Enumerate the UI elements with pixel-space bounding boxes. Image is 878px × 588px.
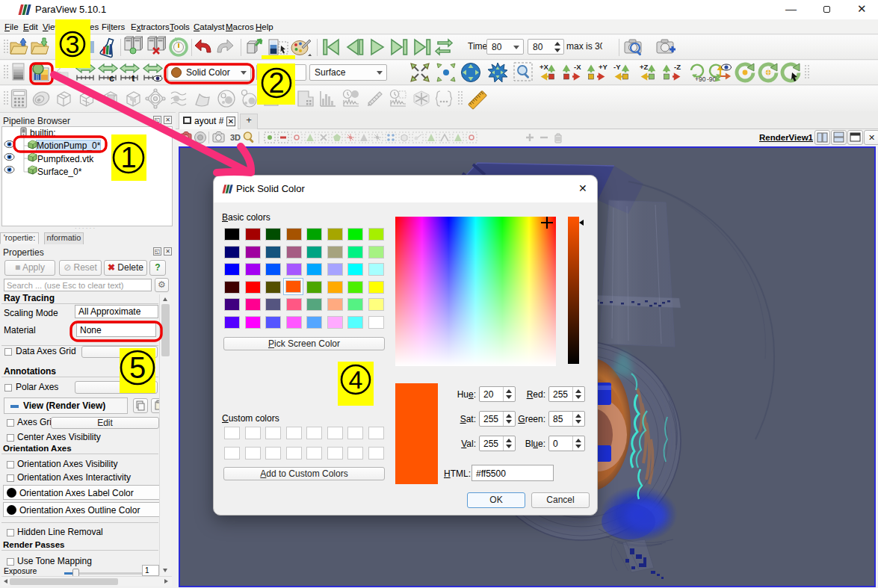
- svg-text:-X: -X: [574, 63, 581, 71]
- svg-text:+X: +X: [540, 63, 549, 71]
- svg-text:-90: -90: [707, 75, 717, 83]
- svg-text:c: c: [109, 72, 114, 84]
- svg-text:t: t: [132, 72, 135, 84]
- svg-text:-Y: -Y: [613, 63, 621, 71]
- svg-text:+90: +90: [695, 75, 706, 83]
- svg-text:+Y: +Y: [599, 63, 608, 71]
- svg-text:-Z: -Z: [674, 63, 681, 71]
- svg-text:+Z: +Z: [640, 63, 649, 71]
- svg-text:3D: 3D: [230, 133, 241, 142]
